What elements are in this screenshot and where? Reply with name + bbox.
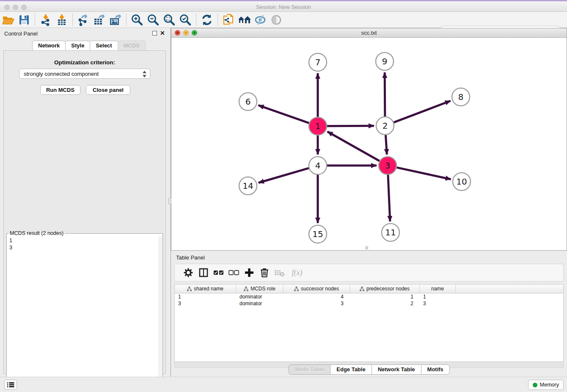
edge-2-9[interactable] [385,72,385,116]
tab-network-table[interactable]: Network Table [372,364,421,375]
table-row[interactable]: 3dominator323 [175,300,563,307]
hierarchy-icon [360,287,364,291]
toolbar-separator [72,14,73,26]
control-panel-title: Control Panel [4,30,38,37]
optimization-criterion-label: Optimization criterion: [4,59,165,66]
edge-3-10[interactable] [396,168,451,179]
import-network-icon [39,13,52,27]
tab-node-table[interactable]: Node Table [289,364,330,375]
edge-2-3[interactable] [385,135,387,155]
unselect-all-columns-button[interactable] [226,265,242,280]
zoom-out-button[interactable] [145,13,161,27]
zoom-in-button[interactable] [129,13,145,27]
toolbar-separator [35,14,35,26]
cell-name[interactable]: 3 [420,300,456,307]
split-divider-grip[interactable] [168,198,171,204]
import-table-button[interactable] [54,13,70,27]
show-all-button[interactable] [269,13,285,27]
node-label-8: 8 [458,92,464,102]
first-neighbors-button[interactable] [237,13,253,27]
mcds-result-list[interactable]: 13 [7,236,162,380]
cell-successor-nodes[interactable]: 4 [284,293,350,300]
main-toolbar [0,12,567,28]
list-icon [7,382,14,388]
optimization-criterion-select[interactable]: strongly connected component [19,69,150,79]
task-history-button[interactable] [4,380,17,389]
tab-edge-table[interactable]: Edge Table [330,364,372,375]
column-header-MCDS-role[interactable]: MCDS role [236,284,284,293]
node-label-11: 11 [385,227,396,237]
close-panel-icon[interactable]: ✕ [160,30,165,36]
houses-icon [237,14,252,26]
table-settings-button[interactable] [181,265,196,280]
tab-select[interactable]: Select [90,41,118,51]
mcds-tab-body: Optimization criterion: strongly connect… [3,50,166,374]
column-split-button[interactable] [196,265,211,280]
close-panel-button[interactable]: Close panel [86,85,130,95]
zoom-fit-button[interactable] [161,13,177,27]
cell-MCDS-role[interactable]: dominator [236,293,284,300]
column-header-shared-name[interactable]: shared name [175,284,236,293]
tab-network[interactable]: Network [32,41,66,51]
add-column-button[interactable] [242,265,257,280]
zoom-fit-icon [162,13,176,27]
export-table-icon [92,13,107,27]
control-panel: Control Panel ✕ NetworkStyleSelectMCDS O… [0,28,171,377]
edge-4-14[interactable] [259,168,309,183]
duplicate-network-button[interactable] [220,13,237,27]
column-header-name[interactable]: name [420,284,456,293]
edge-3-11[interactable] [388,175,390,221]
result-scrollbar[interactable] [158,237,162,378]
cell-shared-name[interactable]: 3 [175,300,236,307]
cell-predecessor-nodes[interactable]: 1 [350,293,420,300]
column-label: successor nodes [301,286,339,292]
open-session-button[interactable] [0,13,16,27]
edge-3-1[interactable] [328,132,380,161]
edge-1-6[interactable] [259,105,309,123]
column-header-predecessor-nodes[interactable]: predecessor nodes [350,284,420,293]
edge-2-8[interactable] [394,101,451,122]
cell-shared-name[interactable]: 1 [175,293,236,300]
save-session-button[interactable] [16,13,32,27]
control-panel-tabs: NetworkStyleSelectMCDS [32,41,145,51]
canvas-resize-grip[interactable] [365,246,368,249]
float-panel-icon[interactable] [152,31,157,36]
run-mcds-button[interactable]: Run MCDS [40,85,80,95]
tab-mcds[interactable]: MCDS [118,41,146,51]
zoom-selected-button[interactable] [177,13,193,27]
delete-table-icon [274,268,285,277]
network-graph[interactable]: 7968124314101511 [171,38,567,250]
cell-name[interactable]: 1 [420,293,456,300]
export-table-button[interactable] [91,13,107,27]
import-network-button[interactable] [38,13,54,27]
duplicate-network-icon [222,13,235,27]
column-label: predecessor nodes [366,286,410,292]
memory-button[interactable]: Memory [528,380,564,390]
column-header-successor-nodes[interactable]: successor nodes [284,284,350,293]
cell-successor-nodes[interactable]: 3 [284,300,350,307]
refresh-layout-button[interactable] [199,13,215,27]
select-all-columns-button[interactable] [211,265,226,280]
toolbar-separator [126,14,127,26]
table-header-row: shared nameMCDS rolesuccessor nodesprede… [175,284,563,293]
network-canvas[interactable]: 7968124314101511 [171,38,567,250]
unchecked-boxes-icon [228,269,239,276]
cell-MCDS-role[interactable]: dominator [236,300,284,307]
network-window-titlebar[interactable]: ✕ − + scc.txt [171,28,567,38]
export-network-button[interactable] [75,13,91,27]
zoom-in-icon [130,13,144,27]
edge-1-2[interactable] [327,126,374,126]
column-label: shared name [194,286,223,292]
tab-style[interactable]: Style [65,41,90,51]
column-label: MCDS role [250,286,275,292]
delete-column-button[interactable] [257,265,272,280]
eye-slash-icon [254,14,267,26]
status-bar: Memory [0,377,567,392]
table-row[interactable]: 1dominator411 [175,293,563,300]
hide-selected-button[interactable] [253,13,269,27]
save-floppy-icon [18,14,30,26]
export-image-button[interactable] [107,13,124,27]
function-builder-button-disabled: f(x) [287,265,307,280]
tab-motifs[interactable]: Motifs [421,364,450,375]
cell-predecessor-nodes[interactable]: 2 [350,300,420,307]
